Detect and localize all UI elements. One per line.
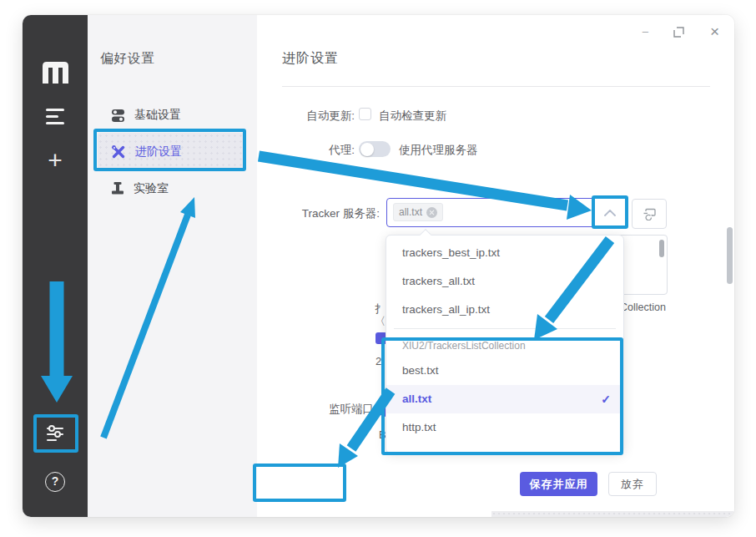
listen-port-label: 监听端口 [290,402,374,417]
window-controls: – × [643,23,719,40]
dropdown-option[interactable]: trackers_best_ip.txt [386,239,623,267]
collection-link-text[interactable]: Collection [620,301,666,313]
nav-item-label: 基础设置 [134,108,181,123]
occluded-fragment: 〈 [375,314,386,329]
auto-check-update-text: 自动检查更新 [379,109,446,124]
app-window: + ? 偏好设置 基础 [23,15,734,517]
annotation-box-dropdown-group [381,337,623,455]
sync-trackers-icon [643,208,657,220]
dropdown-option[interactable]: trackers_all.txt [386,267,623,296]
annotation-box-advanced-settings [93,129,246,171]
toggles-icon [111,109,125,123]
screenshot-stage: + ? 偏好设置 基础 [0,0,756,537]
proxy-toggle-text: 使用代理服务器 [399,143,478,158]
page-scrollbar-thumb[interactable] [727,227,733,284]
dropdown-divider [394,328,616,329]
dropdown-option[interactable]: trackers_all_ip.txt [386,296,623,324]
maximize-button[interactable] [673,26,685,38]
title-divider [282,86,710,87]
discard-button[interactable]: 放弃 [608,472,657,496]
task-list-icon[interactable] [46,109,64,124]
tag-label: all.txt [399,206,422,218]
annotation-box-sliders-icon [33,414,78,453]
minimize-button[interactable]: – [643,23,648,40]
preferences-title: 偏好设置 [100,50,155,68]
sync-trackers-button[interactable] [632,199,667,229]
page-title: 进阶设置 [282,50,339,68]
auto-update-label: 自动更新: [271,109,355,124]
toggle-knob [360,143,374,156]
tracker-server-label: Tracker 服务器: [280,206,380,221]
annotation-box-save-button [253,464,346,502]
proxy-toggle[interactable] [359,141,391,157]
selected-tracker-tag: all.txt [393,203,443,221]
preferences-panel: 偏好设置 基础设置 进 [88,15,257,517]
window-bottom-edge [491,511,734,517]
help-icon[interactable]: ? [45,472,65,492]
nav-item-lab[interactable]: 实验室 [98,175,244,203]
save-apply-button[interactable]: 保存并应用 [520,472,597,496]
tag-remove-icon[interactable] [426,207,437,218]
nav-item-label: 实验室 [134,181,169,196]
motrix-logo-icon [41,62,70,84]
textarea-scrollbar-thumb[interactable] [659,240,664,257]
proxy-label: 代理: [271,143,355,158]
add-task-icon[interactable]: + [43,149,68,174]
annotation-box-chevron [592,195,628,229]
nav-item-basic-settings[interactable]: 基础设置 [98,101,244,129]
close-button[interactable]: × [710,23,719,40]
auto-check-update-checkbox[interactable] [359,108,371,120]
lab-stamp-icon [111,182,124,196]
